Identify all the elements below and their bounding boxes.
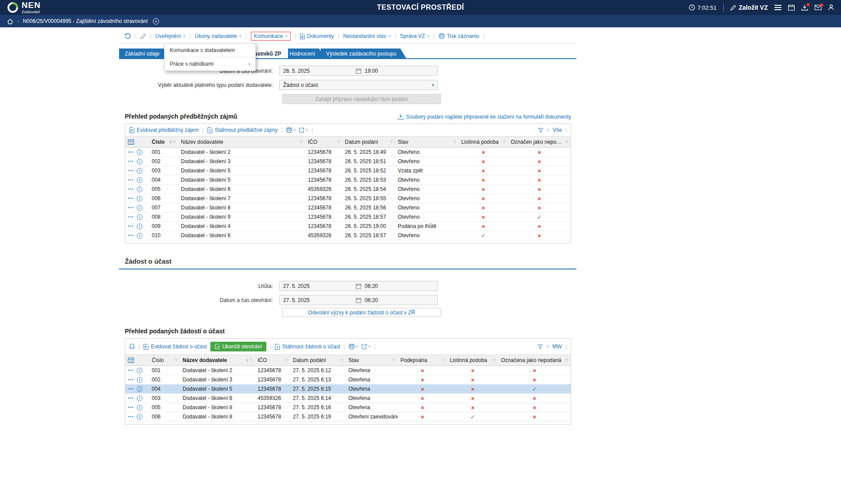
- submission-files-link[interactable]: Soubory podání najdete připravené ke sta…: [398, 114, 571, 120]
- column-header[interactable]: Název dodavatele↑▽: [180, 357, 255, 363]
- table-row[interactable]: •••i010Dodavatel - školení 64535932626. …: [125, 231, 571, 240]
- evidovat-predbezny-zajem-link[interactable]: Evidovat předběžný zájem: [129, 127, 199, 133]
- menu-dokumenty[interactable]: Dokumenty: [300, 33, 334, 39]
- home-icon[interactable]: [7, 19, 13, 24]
- messages-icon[interactable]: [815, 5, 822, 10]
- menu-tisk-zaznamu[interactable]: Tisk záznamu: [439, 33, 479, 39]
- downloads-icon[interactable]: [801, 4, 808, 11]
- deadline-date-value[interactable]: 27. 5. 2025: [280, 283, 356, 289]
- row-actions-icon[interactable]: •••: [128, 377, 134, 382]
- start-next-phase-button[interactable]: Zahájit přípravu následující fáze podání: [282, 94, 441, 104]
- column-filter-triangle-icon[interactable]: ▽: [390, 140, 392, 144]
- table-row[interactable]: •••i002Dodavatel - školení 31234567826. …: [125, 157, 571, 166]
- column-filter-triangle-icon[interactable]: ▽: [393, 358, 395, 362]
- menu-sprava-vz[interactable]: Správa VZ▽: [400, 33, 430, 39]
- column-header[interactable]: Datum podání▽: [342, 139, 395, 145]
- table-row[interactable]: •••i005Dodavatel - školení 81234567827. …: [125, 403, 571, 412]
- zadost-opening-field[interactable]: 27. 5. 2025 06:20: [279, 295, 438, 305]
- row-info-icon[interactable]: i: [137, 396, 142, 401]
- zadost-opening-date-value[interactable]: 27. 5. 2025: [280, 297, 356, 303]
- tab-zakladni-udaje[interactable]: Základní údaje: [119, 49, 169, 58]
- column-header[interactable]: Listinná podoba▽: [447, 357, 498, 363]
- row-info-icon[interactable]: i: [137, 196, 142, 202]
- menu-uverejneni[interactable]: Uveřejnění▽: [155, 33, 185, 39]
- row-info-icon[interactable]: i: [137, 149, 142, 155]
- table-settings-icon[interactable]: [125, 139, 149, 145]
- column-header[interactable]: Podepsána▽: [398, 357, 447, 363]
- column-filter-triangle-icon[interactable]: ▽: [250, 358, 252, 362]
- menu-nestandardni-stav[interactable]: Nestandardní stav▽: [343, 33, 391, 39]
- row-info-icon[interactable]: i: [137, 224, 142, 229]
- menu-item-prace-s-nabidkami[interactable]: Práce s nabídkami ›: [164, 57, 255, 71]
- export-table-icon[interactable]: ▽: [299, 127, 308, 133]
- column-header[interactable]: Číslo↑▽: [149, 139, 178, 145]
- table-row[interactable]: •••i004Dodavatel - školení 51234567826. …: [125, 175, 571, 185]
- column-filter-triangle-icon[interactable]: ▽: [285, 358, 288, 362]
- evidovat-zadost-link[interactable]: Evidovat žádost o účast: [143, 343, 207, 350]
- table-row[interactable]: •••i003Dodavatel - školení 51234567826. …: [125, 166, 571, 175]
- column-header[interactable]: Označena jako nepodaná▽: [498, 357, 571, 363]
- row-actions-icon[interactable]: •••: [128, 150, 134, 154]
- tab-hodnoceni[interactable]: Hodnocení: [284, 49, 325, 58]
- column-filter-triangle-icon[interactable]: ▽: [337, 140, 340, 144]
- column-header[interactable]: Číslo▽: [149, 357, 180, 363]
- deadline-field[interactable]: 27. 5. 2025 06:20: [279, 281, 438, 291]
- table-row[interactable]: •••i002Dodavatel - školení 31234567827. …: [125, 375, 571, 385]
- opening-datetime-field[interactable]: 26. 5. 2025 19:00: [279, 66, 438, 76]
- row-actions-icon[interactable]: •••: [128, 387, 134, 391]
- calendar-icon[interactable]: [788, 4, 795, 11]
- column-header[interactable]: Listinná podoba▽: [459, 139, 508, 145]
- stahnout-zadosti-link[interactable]: Stáhnout žádosti o účast: [275, 343, 340, 350]
- column-header[interactable]: Označen jako nepodaný▽: [508, 139, 571, 145]
- table-row[interactable]: •••i009Dodavatel - školení 41234567826. …: [125, 222, 571, 231]
- row-actions-icon[interactable]: •••: [128, 414, 134, 419]
- column-filter-triangle-icon[interactable]: ▽: [300, 140, 303, 144]
- row-info-icon[interactable]: i: [137, 187, 142, 192]
- row-info-icon[interactable]: i: [137, 177, 142, 183]
- row-info-icon[interactable]: i: [137, 377, 142, 383]
- row-actions-icon[interactable]: •••: [128, 196, 134, 201]
- column-header[interactable]: Datum podání▽: [290, 357, 346, 363]
- column-filter-triangle-icon[interactable]: ▽: [173, 140, 176, 144]
- filter-icon[interactable]: [538, 128, 543, 133]
- table-row[interactable]: •••i001Dodavatel - školení 21234567826. …: [125, 148, 571, 157]
- filter-view-selector[interactable]: MW: [553, 343, 562, 350]
- row-actions-icon[interactable]: •••: [128, 178, 134, 182]
- menu-komunikace[interactable]: Komunikace▽: [251, 32, 291, 41]
- column-header[interactable]: IČO▽: [305, 139, 342, 145]
- column-filter-triangle-icon[interactable]: ▽: [341, 358, 343, 362]
- row-info-icon[interactable]: i: [137, 405, 142, 411]
- menu-ukony-zadavatele[interactable]: Úkony zadavatele▽: [195, 33, 242, 39]
- column-header[interactable]: Název dodavatele▽: [178, 139, 305, 145]
- column-header[interactable]: Stav▽: [395, 139, 459, 145]
- table-row[interactable]: •••i003Dodavatel - školení 64535932627. …: [125, 394, 571, 403]
- edit-record-icon[interactable]: [140, 34, 146, 39]
- column-filter-triangle-icon[interactable]: ▽: [503, 140, 505, 144]
- submission-type-select[interactable]: Žádost o účast ▾: [279, 80, 438, 90]
- hamburger-menu-icon[interactable]: [774, 5, 781, 10]
- table-row[interactable]: •••i006Dodavatel - školení 71234567826. …: [125, 194, 571, 203]
- print-table-icon[interactable]: ▽: [349, 344, 358, 349]
- row-info-icon[interactable]: i: [137, 168, 142, 174]
- table-row[interactable]: •••i004Dodavatel - školení 51234567827. …: [125, 385, 571, 394]
- table-row[interactable]: •••i006Dodavatel - školení 81234567827. …: [125, 412, 571, 422]
- zadost-opening-time-value[interactable]: 06:20: [361, 297, 437, 303]
- breadcrumb-record-tab[interactable]: N006/25/V00004995 - Zajištění závodního …: [23, 18, 148, 24]
- create-vz-button[interactable]: Založit VZ: [730, 4, 768, 11]
- history-icon[interactable]: [125, 33, 131, 39]
- row-info-icon[interactable]: i: [137, 233, 142, 239]
- table-row[interactable]: •••i001Dodavatel - školení 21234567827. …: [125, 366, 571, 375]
- column-header[interactable]: IČO▽: [255, 357, 290, 363]
- row-info-icon[interactable]: i: [137, 414, 142, 420]
- opening-time-value[interactable]: 19:00: [361, 68, 437, 74]
- row-info-icon[interactable]: i: [137, 205, 142, 211]
- menu-item-komunikace-s-dodavatelem[interactable]: Komunikace s dodavatelem: [164, 44, 255, 57]
- row-actions-icon[interactable]: •••: [128, 396, 134, 400]
- row-actions-icon[interactable]: •••: [128, 224, 134, 228]
- close-record-tab-icon[interactable]: [153, 18, 159, 25]
- row-actions-icon[interactable]: •••: [128, 233, 134, 238]
- filter-view-selector[interactable]: Vše: [553, 127, 562, 133]
- row-info-icon[interactable]: i: [137, 214, 142, 220]
- column-filter-triangle-icon[interactable]: ▽: [454, 140, 456, 144]
- column-filter-triangle-icon[interactable]: ▽: [566, 358, 568, 362]
